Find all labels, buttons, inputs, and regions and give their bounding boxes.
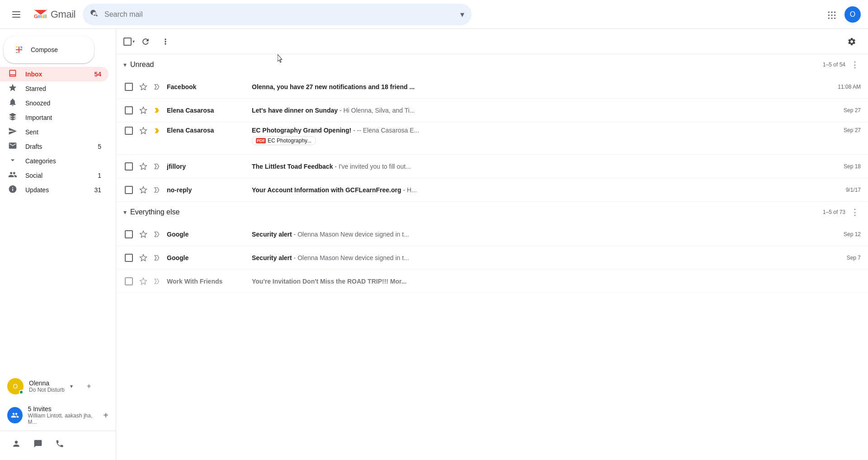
select-all-container[interactable]: ▾ [123,38,135,46]
add-account-button[interactable]: + [82,379,96,394]
sidebar-item-snoozed[interactable]: Snoozed [0,96,108,110]
row-checkbox-2[interactable] [123,106,134,114]
gmail-wordmark: Gmail [51,9,75,20]
row-content-3: EC Photography Grand Opening! - -- Elena… [252,127,830,134]
row-checkbox-8[interactable] [123,277,134,285]
email-checkbox[interactable] [125,277,133,285]
important-label: Important [25,114,101,121]
updates-icon [7,185,18,196]
email-checkbox[interactable] [125,254,133,262]
sidebar-item-categories[interactable]: Categories [0,154,108,168]
row-star-2[interactable] [138,106,149,114]
email-checkbox[interactable] [125,230,133,238]
apps-button[interactable] [823,5,841,24]
email-row[interactable]: Facebook Olenna, you have 27 new notific… [116,75,868,99]
row-star-6[interactable] [138,230,149,238]
row-preview-3: - -- Elena Casarosa E... [353,127,419,134]
row-sender-4: jfillory [167,163,248,170]
refresh-button[interactable] [137,33,155,51]
user-avatar-button[interactable]: O [844,6,861,23]
row-checkbox-7[interactable] [123,254,134,262]
row-important-4[interactable] [152,162,163,171]
email-checkbox[interactable] [125,106,133,114]
attachment-area: PDF EC Photography... [248,136,861,145]
compose-button[interactable]: Compose [4,36,94,63]
everything-else-collapse-icon[interactable]: ▾ [123,209,127,216]
svg-rect-1 [12,14,20,15]
settings-button[interactable] [843,33,861,51]
select-dropdown-arrow[interactable]: ▾ [132,39,135,44]
row-star-5[interactable] [138,186,149,194]
sidebar-item-social[interactable]: Social 1 [0,168,108,183]
row-preview-7: - Olenna Mason New device signed in t... [294,254,409,261]
unread-section-count: 1–5 of 54 [823,62,845,68]
email-checkbox[interactable] [125,83,133,91]
row-important-1[interactable] [152,83,163,91]
contacts-button[interactable] [7,435,25,453]
row-date-5: 9/1/17 [834,187,861,193]
email-row[interactable]: Elena Casarosa Let's have dinner on Sund… [116,99,868,122]
row-content-7: Security alert - Olenna Mason New device… [252,254,830,261]
unread-section-title: Unread [130,61,819,69]
row-important-2[interactable] [152,106,163,114]
sidebar-item-sent[interactable]: Sent [0,125,108,139]
svg-text:l: l [45,14,47,19]
row-content-1: Olenna, you have 27 new notifications an… [252,83,830,90]
row-star-1[interactable] [138,83,149,91]
row-checkbox-3[interactable] [123,127,134,135]
row-important-8[interactable] [152,277,163,285]
row-checkbox-4[interactable] [123,162,134,171]
email-row[interactable]: Work With Friends You're Invitation Don'… [116,270,868,293]
row-checkbox-6[interactable] [123,230,134,238]
row-important-3[interactable] [152,127,163,135]
row-checkbox-1[interactable] [123,83,134,91]
email-checkbox[interactable] [125,162,133,171]
sidebar: Compose Inbox 54 Starred Snoozed [0,29,116,460]
unread-section-header[interactable]: ▾ Unread 1–5 of 54 ⋮ [116,54,868,75]
row-star-7[interactable] [138,254,149,262]
row-important-6[interactable] [152,230,163,238]
row-star-8[interactable] [138,277,149,285]
pdf-attachment[interactable]: PDF EC Photography... [252,136,316,145]
email-row[interactable]: no-reply Your Account Information with G… [116,178,868,202]
hamburger-menu-button[interactable] [7,5,25,24]
email-checkbox[interactable] [125,186,133,194]
social-badge: 1 [90,172,101,179]
email-row[interactable]: Elena Casarosa EC Photography Grand Open… [116,122,868,155]
gmail-logo: G m a i l Gmail [33,6,75,23]
sidebar-item-inbox[interactable]: Inbox 54 [0,67,108,81]
everything-else-section-more-icon[interactable]: ⋮ [849,205,861,219]
sidebar-item-starred[interactable]: Starred [0,81,108,96]
chat-button[interactable] [29,435,47,453]
starred-label: Starred [25,85,83,92]
main-layout: Compose Inbox 54 Starred Snoozed [0,29,868,460]
search-dropdown-icon[interactable]: ▾ [460,9,464,19]
invites-add-button[interactable]: + [103,410,108,421]
row-checkbox-5[interactable] [123,186,134,194]
phone-button[interactable] [51,435,69,453]
row-star-3[interactable] [138,127,149,135]
unread-section-more-icon[interactable]: ⋮ [849,58,861,71]
sidebar-item-updates[interactable]: Updates 31 [0,183,108,197]
everything-else-section-header[interactable]: ▾ Everything else 1–5 of 73 ⋮ [116,202,868,223]
search-input[interactable] [104,10,455,19]
email-checkbox[interactable] [125,127,133,135]
email-row[interactable]: Google Security alert - Olenna Mason New… [116,246,868,270]
row-preview-4: - I've invited you to fill out... [335,163,410,170]
row-star-4[interactable] [138,162,149,171]
svg-rect-0 [12,11,20,12]
row-important-5[interactable] [152,186,163,194]
header-right: O [823,5,861,24]
user-profile[interactable]: O Olenna Do Not Disturb ▾ + [0,373,116,400]
select-all-checkbox[interactable] [123,38,132,46]
invites-section[interactable]: 5 Invites William Lintott, aakash jha, M… [0,400,116,431]
sidebar-item-drafts[interactable]: Drafts 5 [0,139,108,154]
search-bar[interactable]: ▾ [83,4,472,25]
sidebar-item-important[interactable]: Important [0,110,108,125]
email-row[interactable]: Google Security alert - Olenna Mason New… [116,223,868,246]
row-important-7[interactable] [152,254,163,262]
unread-collapse-icon[interactable]: ▾ [123,61,127,68]
email-row[interactable]: jfillory The Littlest Toad Feedback - I'… [116,155,868,178]
more-options-button[interactable] [156,33,175,51]
row-date-6: Sep 12 [834,231,861,237]
